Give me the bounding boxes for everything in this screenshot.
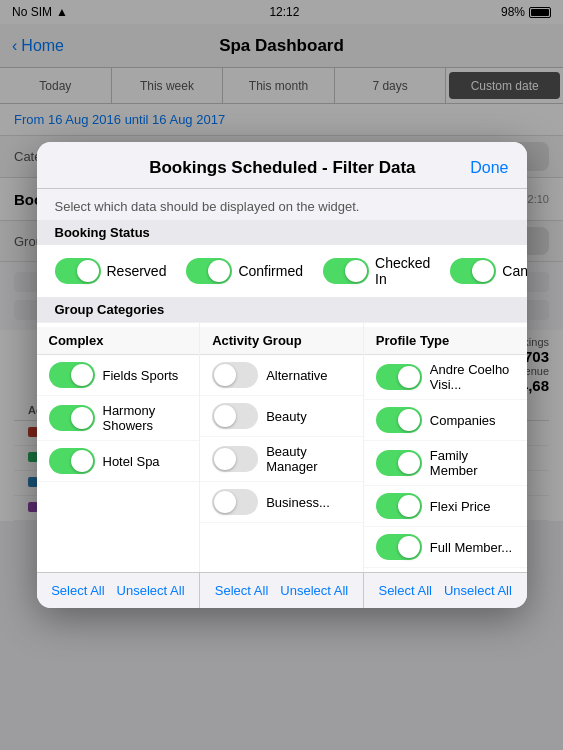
toggle-cancelled[interactable] [450,258,496,284]
item-business: Business... [200,482,363,523]
toggle-full-member[interactable] [376,534,422,560]
select-all-activity[interactable]: Select All [215,583,268,598]
item-family-member: Family Member [364,441,527,486]
item-beauty: Beauty [200,396,363,437]
toggle-fields-sports[interactable] [49,362,95,388]
group-categories-header: Group Categories [37,297,527,322]
toggle-family-member[interactable] [376,450,422,476]
group-grid: Complex Fields Sports Harmony Showers Ho… [37,322,527,572]
bs-confirmed: Confirmed [186,258,303,284]
toggle-companies[interactable] [376,407,422,433]
item-hotel-spa: Hotel Spa [37,441,200,482]
label-beauty-manager: Beauty Manager [266,444,351,474]
label-andre-coelho: Andre Coelho Visi... [430,362,515,392]
booking-status-header: Booking Status [37,220,527,245]
modal-overlay[interactable]: Bookings Scheduled - Filter Data Done Se… [0,0,563,750]
item-companies: Companies [364,400,527,441]
done-button[interactable]: Done [470,159,508,177]
col-activity-group: Activity Group Alternative Beauty Beauty… [200,323,364,572]
label-full-member: Full Member... [430,540,512,555]
modal-header: Bookings Scheduled - Filter Data Done [37,142,527,189]
col-complex: Complex Fields Sports Harmony Showers Ho… [37,323,201,572]
label-business: Business... [266,495,330,510]
label-fields-sports: Fields Sports [103,368,179,383]
unselect-all-profile[interactable]: Unselect All [444,583,512,598]
label-companies: Companies [430,413,496,428]
bs-reserved: Reserved [55,258,167,284]
toggle-beauty[interactable] [212,403,258,429]
label-confirmed: Confirmed [238,263,303,279]
item-fields-sports: Fields Sports [37,355,200,396]
filter-modal: Bookings Scheduled - Filter Data Done Se… [37,142,527,608]
label-beauty: Beauty [266,409,306,424]
label-reserved: Reserved [107,263,167,279]
unselect-all-activity[interactable]: Unselect All [280,583,348,598]
select-col-profile: Select All Unselect All [364,573,527,608]
bs-cancelled: Cancelled [450,258,526,284]
modal-title: Bookings Scheduled - Filter Data [95,158,471,178]
item-harmony-showers: Harmony Showers [37,396,200,441]
toggle-flexi-price[interactable] [376,493,422,519]
select-all-complex[interactable]: Select All [51,583,104,598]
col-complex-header: Complex [37,327,200,355]
toggle-alternative[interactable] [212,362,258,388]
label-checkedin: Checked In [375,255,430,287]
item-beauty-manager: Beauty Manager [200,437,363,482]
select-col-complex: Select All Unselect All [37,573,201,608]
toggle-hotel-spa[interactable] [49,448,95,474]
label-family-member: Family Member [430,448,515,478]
booking-status-row: Reserved Confirmed Checked In Cancelled [37,245,527,297]
item-flexi-price: Flexi Price [364,486,527,527]
toggle-harmony-showers[interactable] [49,405,95,431]
col-activity-header: Activity Group [200,327,363,355]
modal-subtitle: Select which data should be displayed on… [37,189,527,220]
select-row: Select All Unselect All Select All Unsel… [37,572,527,608]
item-full-member: Full Member... [364,527,527,568]
toggle-checkedin[interactable] [323,258,369,284]
label-harmony-showers: Harmony Showers [103,403,188,433]
toggle-confirmed[interactable] [186,258,232,284]
col-profile-type: Profile Type Andre Coelho Visi... Compan… [364,323,527,572]
unselect-all-complex[interactable]: Unselect All [117,583,185,598]
toggle-business[interactable] [212,489,258,515]
label-hotel-spa: Hotel Spa [103,454,160,469]
select-all-profile[interactable]: Select All [378,583,431,598]
toggle-beauty-manager[interactable] [212,446,258,472]
item-alternative: Alternative [200,355,363,396]
toggle-reserved[interactable] [55,258,101,284]
item-andre-coelho: Andre Coelho Visi... [364,355,527,400]
col-profile-header: Profile Type [364,327,527,355]
label-flexi-price: Flexi Price [430,499,491,514]
bs-checkedin: Checked In [323,255,430,287]
select-col-activity: Select All Unselect All [200,573,364,608]
label-alternative: Alternative [266,368,327,383]
toggle-andre-coelho[interactable] [376,364,422,390]
label-cancelled: Cancelled [502,263,526,279]
